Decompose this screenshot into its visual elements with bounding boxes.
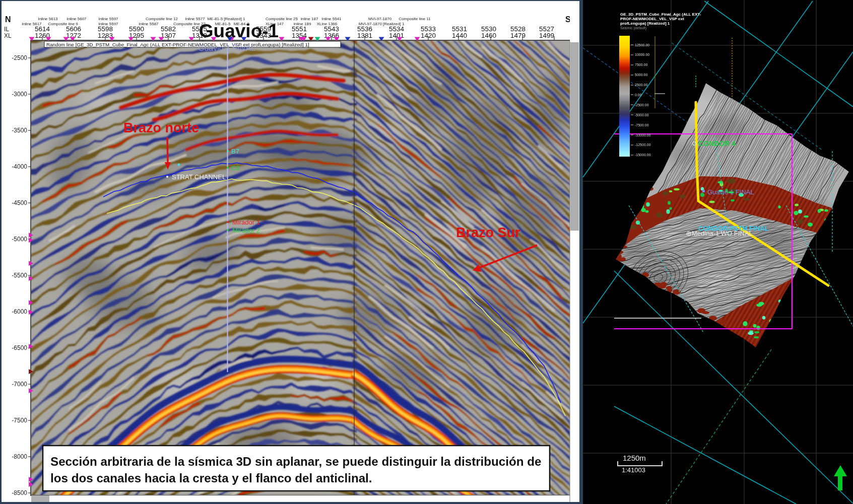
svg-text:-5000: -5000	[12, 236, 27, 243]
svg-text:1460: 1460	[481, 32, 496, 39]
svg-text:-3000: -3000	[12, 91, 27, 98]
svg-text:-7500: -7500	[12, 417, 27, 424]
svg-text:MVI-97-1870 [Realized] 1: MVI-97-1870 [Realized] 1	[359, 22, 405, 26]
svg-text:STRAT CHANNEL: STRAT CHANNEL	[172, 173, 226, 181]
svg-text:-2500: -2500	[12, 54, 27, 61]
svg-text:-5000.00: -5000.00	[635, 113, 649, 117]
svg-text:Guavio-1: Guavio-1	[199, 21, 279, 41]
svg-text:Inline 5597: Inline 5597	[98, 22, 118, 26]
svg-text:12500.00: 12500.00	[635, 43, 649, 47]
svg-text:10000.00: 10000.00	[635, 53, 649, 56]
svg-text:Composite line 12: Composite line 12	[146, 17, 178, 21]
svg-text:-15000.00: -15000.00	[635, 153, 651, 157]
svg-text:XLine 1366: XLine 1366	[317, 22, 338, 26]
svg-text:-4500: -4500	[12, 199, 27, 206]
svg-text:Composite line 9: Composite line 9	[48, 22, 78, 26]
svg-text:Inline 5617: Inline 5617	[22, 22, 42, 26]
svg-text:1381: 1381	[357, 32, 372, 39]
svg-text:-4000: -4000	[12, 163, 27, 170]
svg-text:Inline 189: Inline 189	[294, 22, 311, 26]
svg-text:1250m: 1250m	[623, 454, 646, 462]
svg-text:Seismic (default): Seismic (default)	[620, 26, 646, 30]
svg-text:IL: IL	[4, 26, 9, 33]
svg-text:-7000: -7000	[12, 381, 27, 388]
svg-text:1420: 1420	[421, 32, 436, 39]
svg-text:1479: 1479	[510, 32, 526, 39]
svg-text:Brazo Sur: Brazo Sur	[456, 225, 520, 240]
svg-text:-12500.00: -12500.00	[635, 143, 651, 147]
svg-text:1:41003: 1:41003	[622, 466, 645, 474]
svg-text:2500.00: 2500.00	[635, 83, 647, 87]
svg-text:Mirador 1: Mirador 1	[232, 219, 260, 226]
svg-text:PROF-NEWMODEL_VEL_VSP ext: PROF-NEWMODEL_VEL_VSP ext	[620, 17, 684, 21]
svg-text:Inline 187: Inline 187	[301, 17, 318, 21]
svg-text:N: N	[5, 15, 11, 24]
svg-text:Guavio 1 FINAL: Guavio 1 FINAL	[198, 44, 255, 52]
svg-text:-10000.00: -10000.00	[635, 133, 651, 137]
svg-text:MVI-97-1870: MVI-97-1870	[368, 17, 392, 21]
svg-text:0.00: 0.00	[635, 93, 642, 97]
svg-text:-8500: -8500	[12, 489, 27, 496]
svg-text:B7: B7	[231, 148, 239, 155]
svg-text:Inline 5597: Inline 5597	[98, 17, 118, 21]
svg-text:1401: 1401	[389, 32, 404, 39]
svg-text:los dos canales hacia la crest: los dos canales hacia la cresta y el fla…	[50, 471, 372, 485]
svg-text:Random line [GE_3D_PSTM_Cube_F: Random line [GE_3D_PSTM_Cube_Final_Agc (…	[46, 42, 309, 47]
svg-text:Inline 5607: Inline 5607	[67, 17, 87, 21]
svg-text:Inline 5587: Inline 5587	[139, 22, 159, 26]
svg-text:XL: XL	[4, 32, 12, 39]
svg-text:CONDOR 4: CONDOR 4	[698, 139, 736, 148]
svg-text:C8: C8	[231, 164, 240, 172]
svg-text:GE_3D_PSTM_Cube_Final_Agc (ALL: GE_3D_PSTM_Cube_Final_Agc (ALL EXT-	[620, 12, 701, 17]
svg-text:Mirador 2: Mirador 2	[232, 227, 260, 234]
svg-text:5000.00: 5000.00	[635, 73, 647, 77]
svg-text:-7500.00: -7500.00	[635, 123, 649, 127]
svg-text:Sección arbitraria de la sísmi: Sección arbitraria de la sísmica 3D sin …	[50, 455, 542, 468]
svg-text:profLengupa) [Realized] 1: profLengupa) [Realized] 1	[620, 21, 670, 26]
svg-text:Brazo norte: Brazo norte	[123, 120, 199, 135]
svg-text:-8000: -8000	[12, 453, 27, 460]
svg-text:Inline 5541: Inline 5541	[321, 17, 342, 21]
svg-text:-3500: -3500	[12, 127, 27, 134]
svg-text:-5500: -5500	[12, 272, 27, 279]
svg-text:1499: 1499	[539, 32, 554, 39]
svg-text:Guavio 1 FINAL: Guavio 1 FINAL	[707, 188, 754, 196]
svg-text:Composite line 11: Composite line 11	[399, 17, 431, 21]
svg-text:Inline 5613: Inline 5613	[38, 17, 58, 21]
svg-text:7500.00: 7500.00	[635, 63, 647, 66]
svg-text:-6500: -6500	[12, 344, 27, 351]
svg-text:Medina-1 WO FINAL: Medina-1 WO FINAL	[692, 230, 753, 237]
svg-text:-2500.00: -2500.00	[635, 103, 649, 107]
svg-text:1440: 1440	[452, 32, 467, 39]
svg-text:-6000: -6000	[12, 308, 27, 315]
